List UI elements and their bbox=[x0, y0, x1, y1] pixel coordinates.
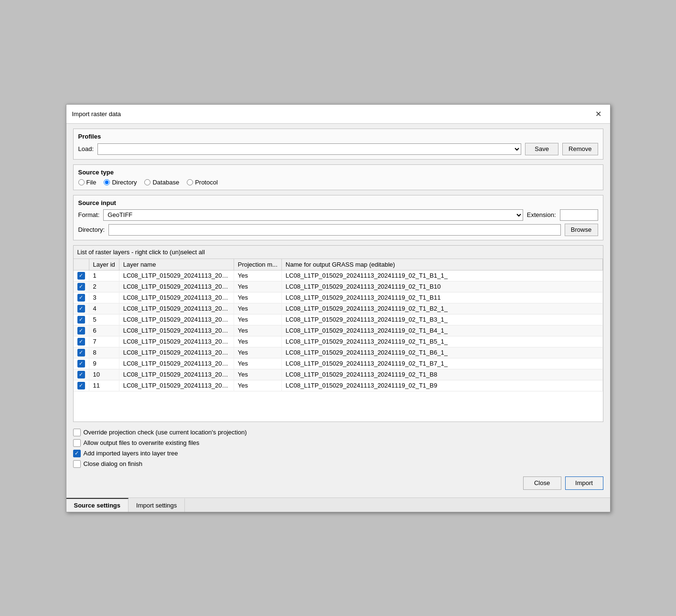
row-id: 11 bbox=[89, 380, 119, 391]
row-output[interactable]: LC08_L1TP_015029_20241113_20241119_02_T1… bbox=[281, 281, 602, 292]
profiles-section: Profiles Load: Save Remove bbox=[73, 129, 603, 160]
row-checkbox-cell bbox=[74, 325, 89, 336]
layers-table-wrapper[interactable]: Layer id Layer name Projection m... Name… bbox=[74, 259, 603, 421]
row-output[interactable]: LC08_L1TP_015029_20241113_20241119_02_T1… bbox=[281, 336, 602, 347]
col-header-id: Layer id bbox=[89, 259, 119, 270]
row-proj: Yes bbox=[234, 336, 281, 347]
tab-source-settings[interactable]: Source settings bbox=[66, 498, 129, 512]
tab-import-settings-label: Import settings bbox=[136, 502, 177, 509]
row-output[interactable]: LC08_L1TP_015029_20241113_20241119_02_T1… bbox=[281, 380, 602, 391]
table-row: 1 LC08_L1TP_015029_20241113_202... Yes L… bbox=[74, 270, 603, 281]
options-section: Override projection check (use current l… bbox=[73, 427, 603, 470]
radio-database[interactable]: Database bbox=[144, 179, 179, 186]
row-output[interactable]: LC08_L1TP_015029_20241113_20241119_02_T1… bbox=[281, 325, 602, 336]
row-proj: Yes bbox=[234, 369, 281, 380]
row-checkbox[interactable] bbox=[77, 305, 85, 313]
row-name: LC08_L1TP_015029_20241113_202... bbox=[119, 292, 234, 303]
source-type-label: Source type bbox=[78, 169, 598, 176]
row-output[interactable]: LC08_L1TP_015029_20241113_20241119_02_T1… bbox=[281, 347, 602, 358]
allow-overwrite-checkbox[interactable] bbox=[73, 439, 81, 447]
row-output[interactable]: LC08_L1TP_015029_20241113_20241119_02_T1… bbox=[281, 270, 602, 281]
col-header-proj: Projection m... bbox=[234, 259, 281, 270]
row-id: 2 bbox=[89, 281, 119, 292]
radio-file-input[interactable] bbox=[78, 179, 85, 185]
row-checkbox-cell bbox=[74, 358, 89, 369]
browse-button[interactable]: Browse bbox=[565, 224, 598, 236]
radio-protocol-input[interactable] bbox=[187, 179, 193, 185]
save-button[interactable]: Save bbox=[525, 143, 558, 155]
row-checkbox[interactable] bbox=[77, 371, 85, 378]
radio-database-label: Database bbox=[152, 179, 179, 186]
option-override-projection: Override projection check (use current l… bbox=[73, 429, 603, 436]
row-id: 1 bbox=[89, 270, 119, 281]
format-select[interactable]: GeoTIFF bbox=[103, 209, 523, 221]
row-checkbox[interactable] bbox=[77, 360, 85, 367]
profiles-row: Load: Save Remove bbox=[78, 143, 598, 155]
row-proj: Yes bbox=[234, 292, 281, 303]
source-input-section: Source input Format: GeoTIFF Extension: … bbox=[73, 195, 603, 240]
layers-tbody: 1 LC08_L1TP_015029_20241113_202... Yes L… bbox=[74, 270, 603, 391]
row-checkbox[interactable] bbox=[77, 349, 85, 357]
table-header-row: Layer id Layer name Projection m... Name… bbox=[74, 259, 603, 270]
radio-file[interactable]: File bbox=[78, 179, 97, 186]
row-name: LC08_L1TP_015029_20241113_202... bbox=[119, 369, 234, 380]
row-checkbox[interactable] bbox=[77, 316, 85, 324]
import-raster-dialog: Import raster data ✕ Profiles Load: Save… bbox=[66, 104, 611, 512]
radio-directory[interactable]: Directory bbox=[104, 179, 137, 186]
table-row: 10 LC08_L1TP_015029_20241113_202... Yes … bbox=[74, 369, 603, 380]
layers-list-section: List of raster layers - right click to (… bbox=[73, 245, 603, 422]
row-name: LC08_L1TP_015029_20241113_202... bbox=[119, 336, 234, 347]
title-bar: Import raster data ✕ bbox=[66, 105, 610, 124]
row-proj: Yes bbox=[234, 270, 281, 281]
radio-database-input[interactable] bbox=[144, 179, 150, 185]
row-output[interactable]: LC08_L1TP_015029_20241113_20241119_02_T1… bbox=[281, 303, 602, 314]
row-checkbox-cell bbox=[74, 281, 89, 292]
row-checkbox[interactable] bbox=[77, 327, 85, 335]
extension-input[interactable]: tif bbox=[560, 209, 598, 221]
bottom-buttons: Close Import bbox=[73, 475, 603, 493]
table-row: 4 LC08_L1TP_015029_20241113_202... Yes L… bbox=[74, 303, 603, 314]
row-checkbox-cell bbox=[74, 336, 89, 347]
row-name: LC08_L1TP_015029_20241113_202... bbox=[119, 347, 234, 358]
source-type-radio-group: File Directory Database Protocol bbox=[78, 179, 598, 186]
row-checkbox[interactable] bbox=[77, 338, 85, 346]
profile-select[interactable] bbox=[97, 143, 521, 155]
directory-input[interactable]: C:\Users\annaa\Documents\GEOM 4008\2024O… bbox=[108, 224, 560, 236]
row-id: 3 bbox=[89, 292, 119, 303]
row-output[interactable]: LC08_L1TP_015029_20241113_20241119_02_T1… bbox=[281, 292, 602, 303]
directory-label: Directory: bbox=[78, 226, 105, 233]
import-button[interactable]: Import bbox=[565, 476, 603, 490]
option-close-on-finish: Close dialog on finish bbox=[73, 460, 603, 468]
dialog-close-button[interactable]: ✕ bbox=[592, 108, 604, 119]
col-header-output: Name for output GRASS map (editable) bbox=[281, 259, 602, 270]
tab-import-settings[interactable]: Import settings bbox=[129, 498, 185, 512]
table-row: 7 LC08_L1TP_015029_20241113_202... Yes L… bbox=[74, 336, 603, 347]
row-output[interactable]: LC08_L1TP_015029_20241113_20241119_02_T1… bbox=[281, 369, 602, 380]
add-layers-checkbox[interactable] bbox=[73, 450, 81, 457]
source-type-section: Source type File Directory Database Prot… bbox=[73, 164, 603, 190]
row-proj: Yes bbox=[234, 281, 281, 292]
row-output[interactable]: LC08_L1TP_015029_20241113_20241119_02_T1… bbox=[281, 314, 602, 325]
col-header-check bbox=[74, 259, 89, 270]
radio-directory-input[interactable] bbox=[104, 179, 110, 185]
remove-button[interactable]: Remove bbox=[562, 143, 598, 155]
row-checkbox[interactable] bbox=[77, 294, 85, 302]
tab-source-settings-label: Source settings bbox=[74, 502, 121, 509]
load-label: Load: bbox=[78, 145, 94, 152]
table-row: 6 LC08_L1TP_015029_20241113_202... Yes L… bbox=[74, 325, 603, 336]
tab-bar: Source settings Import settings bbox=[66, 497, 610, 512]
row-id: 10 bbox=[89, 369, 119, 380]
dialog-title: Import raster data bbox=[72, 110, 121, 118]
row-output[interactable]: LC08_L1TP_015029_20241113_20241119_02_T1… bbox=[281, 358, 602, 369]
close-on-finish-checkbox[interactable] bbox=[73, 460, 81, 468]
close-dialog-button[interactable]: Close bbox=[523, 476, 561, 490]
override-projection-checkbox[interactable] bbox=[73, 429, 81, 436]
radio-protocol[interactable]: Protocol bbox=[187, 179, 218, 186]
col-header-name: Layer name bbox=[119, 259, 234, 270]
directory-row: Directory: C:\Users\annaa\Documents\GEOM… bbox=[78, 224, 598, 236]
table-row: 5 LC08_L1TP_015029_20241113_202... Yes L… bbox=[74, 314, 603, 325]
table-row: 8 LC08_L1TP_015029_20241113_202... Yes L… bbox=[74, 347, 603, 358]
row-checkbox[interactable] bbox=[77, 272, 85, 280]
row-checkbox[interactable] bbox=[77, 283, 85, 291]
row-checkbox[interactable] bbox=[77, 382, 85, 389]
